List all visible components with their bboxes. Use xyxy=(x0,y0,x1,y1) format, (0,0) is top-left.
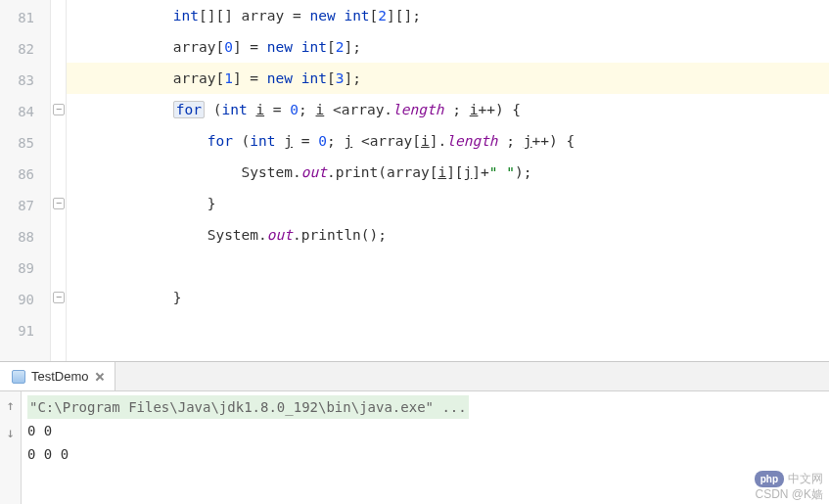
code-area[interactable]: int[][] array = new int[2][]; array[0] =… xyxy=(67,0,829,361)
console-command: "C:\Program Files\Java\jdk1.8.0_192\bin\… xyxy=(27,395,469,419)
line-number: 83 xyxy=(0,65,50,96)
watermark: php 中文网 CSDN @K嫱 xyxy=(755,471,823,502)
code-line[interactable]: array[0] = new int[2]; xyxy=(67,31,829,63)
code-line[interactable]: System.out.print(array[i][j]+" "); xyxy=(67,157,829,188)
code-line[interactable]: for (int i = 0; i <array.length ; i++) { xyxy=(67,94,829,125)
console-line: 0 0 0 xyxy=(27,442,823,466)
code-line[interactable]: int[][] array = new int[2][]; xyxy=(67,0,829,31)
scroll-up-icon[interactable]: ↑ xyxy=(6,397,14,413)
line-number-gutter: 8182838485868788899091 xyxy=(0,0,51,361)
line-number: 81 xyxy=(0,2,50,33)
console-toolbar: ↑ ↓ xyxy=(0,391,22,504)
close-icon[interactable] xyxy=(95,372,105,382)
fold-close-icon[interactable]: − xyxy=(53,292,65,303)
run-tab-label: TestDemo xyxy=(31,369,89,384)
run-config-icon xyxy=(12,370,25,384)
code-line[interactable]: } xyxy=(67,282,829,313)
line-number: 85 xyxy=(0,127,50,159)
console-line: 0 0 xyxy=(27,419,823,442)
console-panel: ↑ ↓ "C:\Program Files\Java\jdk1.8.0_192\… xyxy=(0,391,829,504)
scroll-down-icon[interactable]: ↓ xyxy=(6,425,14,440)
line-number: 90 xyxy=(0,284,50,315)
brand-badge: php xyxy=(755,471,784,487)
line-number: 88 xyxy=(0,221,50,252)
code-line[interactable]: for (int j = 0; j <array[i].length ; j++… xyxy=(67,125,829,157)
code-line[interactable]: array[1] = new int[3]; xyxy=(67,63,829,94)
line-number: 84 xyxy=(0,96,50,127)
line-number: 82 xyxy=(0,33,50,65)
fold-close-icon[interactable]: − xyxy=(53,198,65,209)
fold-open-icon[interactable]: − xyxy=(53,104,65,115)
brand-text: 中文网 xyxy=(788,472,823,486)
code-line[interactable]: } xyxy=(67,188,829,219)
code-line[interactable] xyxy=(67,251,829,282)
code-line[interactable]: System.out.println(); xyxy=(67,219,829,251)
console-output[interactable]: "C:\Program Files\Java\jdk1.8.0_192\bin\… xyxy=(22,391,829,504)
line-number: 86 xyxy=(0,159,50,190)
run-tab-testdemo[interactable]: TestDemo xyxy=(0,362,115,390)
code-editor: 8182838485868788899091 −−− int[][] array… xyxy=(0,0,829,362)
line-number: 91 xyxy=(0,315,50,346)
line-number: 87 xyxy=(0,190,50,221)
watermark-credit: CSDN @K嫱 xyxy=(755,487,823,502)
run-tool-tabbar: TestDemo xyxy=(0,362,829,391)
line-number: 89 xyxy=(0,252,50,284)
code-line[interactable] xyxy=(67,313,829,344)
fold-gutter: −−− xyxy=(51,0,67,361)
